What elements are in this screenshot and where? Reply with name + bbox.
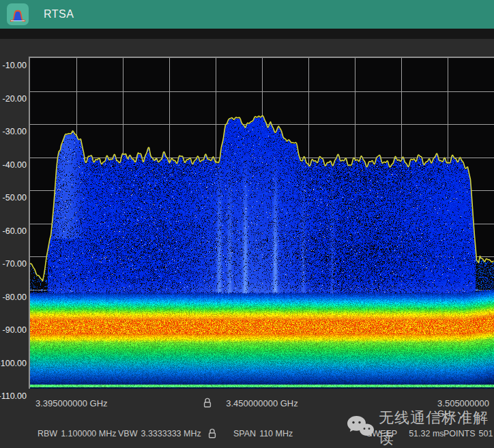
header-shadow-strip: [0, 29, 494, 39]
vbw-value: 3.3333333 MHz: [141, 429, 201, 438]
frequency-lock-icon[interactable]: [203, 398, 212, 410]
start-frequency-label: 3.395000000 GHz: [35, 398, 108, 408]
y-tick-label: -100.00: [0, 359, 27, 368]
y-tick-label: -20.00: [3, 94, 27, 104]
rbw-label: RBW: [38, 429, 57, 438]
watermark: 无线通信标准解读: [347, 408, 494, 448]
chat-bubbles-icon: [347, 415, 374, 441]
y-tick-label: -60.00: [3, 226, 27, 236]
app-title: RTSA: [44, 8, 74, 20]
y-axis-labels: -10.00-20.00-30.00-40.00-50.00-60.00-70.…: [0, 0, 28, 448]
span-label: SPAN: [233, 429, 256, 438]
rbw-readout: RBW 1.100000 MHz: [38, 429, 116, 438]
spectrum-persistence-canvas[interactable]: [30, 58, 494, 389]
spectrum-plot-frame: [29, 57, 494, 389]
app-spectrum-icon[interactable]: [7, 3, 29, 25]
y-tick-label: -10.00: [3, 61, 27, 70]
title-bar: RTSA: [0, 0, 494, 29]
y-tick-label: -30.00: [3, 127, 27, 136]
rbw-value: 1.100000 MHz: [61, 429, 116, 438]
y-tick-label: -90.00: [3, 325, 27, 335]
span-value: 110 MHz: [259, 429, 293, 438]
center-frequency-label: 3.450000000 GHz: [226, 398, 298, 408]
y-tick-label: -50.00: [3, 193, 27, 203]
y-tick-label: -80.00: [3, 293, 27, 302]
rtsa-app-window: RTSA -10.00-20.00-30.00-40.00-50.00-60.0…: [0, 0, 494, 448]
vbw-label: VBW: [118, 429, 137, 438]
y-tick-label: -40.00: [3, 160, 27, 170]
span-readout: SPAN 110 MHz: [233, 429, 293, 438]
settings-lock-icon[interactable]: [208, 428, 216, 441]
watermark-text: 无线通信标准解读: [379, 408, 494, 448]
vbw-readout: VBW 3.3333333 MHz: [118, 429, 201, 438]
y-tick-label: -70.00: [3, 259, 27, 269]
